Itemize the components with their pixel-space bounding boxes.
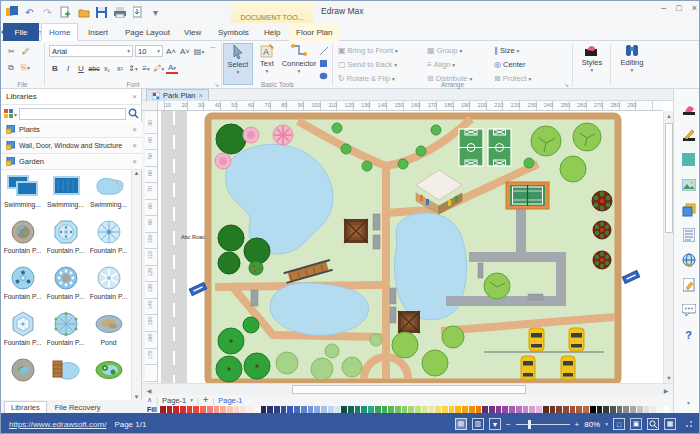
- palette-swatch[interactable]: [610, 406, 616, 413]
- tab-insert[interactable]: Insert: [81, 23, 115, 41]
- subscript-button[interactable]: x₁: [101, 65, 113, 72]
- grow-font-icon[interactable]: A˄: [165, 47, 177, 56]
- symbol-swimming-pool-l[interactable]: Swimming...: [2, 172, 43, 218]
- palette-swatch[interactable]: [550, 406, 556, 413]
- palette-swatch[interactable]: [314, 406, 320, 413]
- palette-swatch[interactable]: [523, 406, 529, 413]
- comment-icon[interactable]: [681, 302, 696, 317]
- palette-swatch[interactable]: [502, 406, 508, 413]
- palette-swatch[interactable]: [644, 406, 650, 413]
- horizontal-scrollbar[interactable]: ◀ ▶: [142, 383, 673, 395]
- help-icon[interactable]: ?: [681, 327, 696, 342]
- zoom-in-icon[interactable]: +: [575, 420, 580, 429]
- presentation-view-icon[interactable]: ▼: [489, 418, 501, 430]
- palette-swatch[interactable]: [597, 406, 603, 413]
- palette-swatch[interactable]: [664, 406, 670, 413]
- tennis-court[interactable]: [506, 182, 549, 209]
- print-icon[interactable]: [113, 6, 126, 19]
- symbol-swimming-pool-kidney[interactable]: Swimming...: [88, 172, 129, 218]
- scroll-up-icon[interactable]: ▲: [134, 170, 140, 176]
- tab-help[interactable]: Help: [257, 23, 287, 41]
- palette-swatch[interactable]: [160, 406, 166, 413]
- size-button[interactable]: ∥Size▾: [494, 44, 519, 57]
- palette-swatch[interactable]: [214, 406, 220, 413]
- clipart-icon[interactable]: [681, 101, 696, 116]
- shrub[interactable]: [249, 261, 263, 275]
- library-group-wall-door-window[interactable]: Wall, Door, Window and Structure×: [1, 138, 142, 154]
- zoom-level[interactable]: 80%: [584, 420, 600, 429]
- zoom-slider-thumb[interactable]: [528, 420, 531, 429]
- page-tab-caret[interactable]: ▾: [190, 397, 193, 403]
- palette-swatch[interactable]: [623, 406, 629, 413]
- gazebo-north[interactable]: [344, 219, 368, 243]
- palette-swatch[interactable]: [509, 406, 515, 413]
- open-icon[interactable]: [77, 6, 90, 19]
- symbol-fountain-snowflake[interactable]: Fountain P...: [88, 264, 129, 310]
- tab-libraries[interactable]: Libraries: [4, 401, 47, 413]
- palette-swatch[interactable]: [563, 406, 569, 413]
- v-ruler[interactable]: 30405060708090100110120130140150160170: [145, 111, 158, 383]
- libraries-panel-close-icon[interactable]: ×: [132, 92, 137, 101]
- palette-swatch[interactable]: [617, 406, 623, 413]
- palette-swatch[interactable]: [476, 406, 482, 413]
- palette-swatch[interactable]: [274, 406, 280, 413]
- paste-icon[interactable]: ⎘▾: [21, 63, 30, 73]
- palette-swatch[interactable]: [200, 406, 206, 413]
- palette-swatch[interactable]: [234, 406, 240, 413]
- symbol-fountain-ring[interactable]: Fountain P...: [45, 264, 86, 310]
- collapse-pages-icon[interactable]: ∧: [147, 396, 152, 404]
- zoom-caret[interactable]: ▾: [605, 421, 608, 427]
- palette-swatch[interactable]: [348, 406, 354, 413]
- park-sign[interactable]: [622, 270, 639, 283]
- text-style-icon[interactable]: ▤▾: [193, 47, 205, 56]
- close-button[interactable]: ×: [692, 3, 697, 13]
- scroll-left-icon[interactable]: ◀: [144, 385, 154, 395]
- active-page-link[interactable]: Page-1: [218, 396, 242, 405]
- palette-swatch[interactable]: [657, 406, 663, 413]
- palette-swatch[interactable]: [207, 406, 213, 413]
- palette-swatch[interactable]: [193, 406, 199, 413]
- document-edit-icon[interactable]: [681, 277, 696, 292]
- palette-swatch[interactable]: [496, 406, 502, 413]
- shrink-font-icon[interactable]: A˅: [179, 47, 191, 56]
- tab-symbols[interactable]: Symbols: [211, 23, 256, 41]
- palette-swatch[interactable]: [281, 406, 287, 413]
- palette-swatch[interactable]: [355, 406, 361, 413]
- palette-swatch[interactable]: [543, 406, 549, 413]
- symbol-fountain-gravel[interactable]: [2, 356, 43, 402]
- add-page-icon[interactable]: +: [203, 395, 208, 405]
- font-color-icon[interactable]: A▾: [166, 63, 178, 74]
- tab-home[interactable]: Home: [41, 23, 78, 41]
- palette-swatch[interactable]: [254, 406, 260, 413]
- palette-swatch[interactable]: [422, 406, 428, 413]
- palette-swatch[interactable]: [489, 406, 495, 413]
- save-icon[interactable]: [95, 6, 108, 19]
- park-sign[interactable]: [189, 282, 206, 295]
- library-group-garden[interactable]: Garden×: [1, 154, 142, 170]
- hyperlink-globe-icon[interactable]: [681, 252, 696, 267]
- page-view-icon[interactable]: ▥: [472, 418, 484, 430]
- palette-swatch[interactable]: [556, 406, 562, 413]
- palette-swatch[interactable]: [429, 406, 435, 413]
- tab-file-recovery[interactable]: File Recovery: [49, 402, 107, 413]
- maximize-button[interactable]: □: [676, 3, 681, 13]
- palette-swatch[interactable]: [294, 406, 300, 413]
- styles-button[interactable]: Styles▾: [577, 43, 607, 85]
- palette-swatch[interactable]: [388, 406, 394, 413]
- symbol-fountain-wheel[interactable]: Fountain P...: [88, 218, 129, 264]
- close-icon[interactable]: ×: [132, 141, 137, 150]
- palette-swatch[interactable]: [402, 406, 408, 413]
- palette-swatch[interactable]: [267, 406, 273, 413]
- palette-swatch[interactable]: [637, 406, 643, 413]
- palette-swatch[interactable]: [583, 406, 589, 413]
- tab-page-layout[interactable]: Page Layout: [118, 23, 177, 41]
- drawing-page[interactable]: Abc Road: [158, 111, 663, 383]
- road-label[interactable]: Abc Road: [181, 234, 205, 240]
- palette-swatch[interactable]: [247, 406, 253, 413]
- palette-swatch[interactable]: [590, 406, 596, 413]
- palette-swatch[interactable]: [516, 406, 522, 413]
- palette-swatch[interactable]: [442, 406, 448, 413]
- superscript-button[interactable]: x²: [114, 65, 126, 72]
- palette-swatch[interactable]: [536, 406, 542, 413]
- zoom-slider[interactable]: [516, 424, 570, 425]
